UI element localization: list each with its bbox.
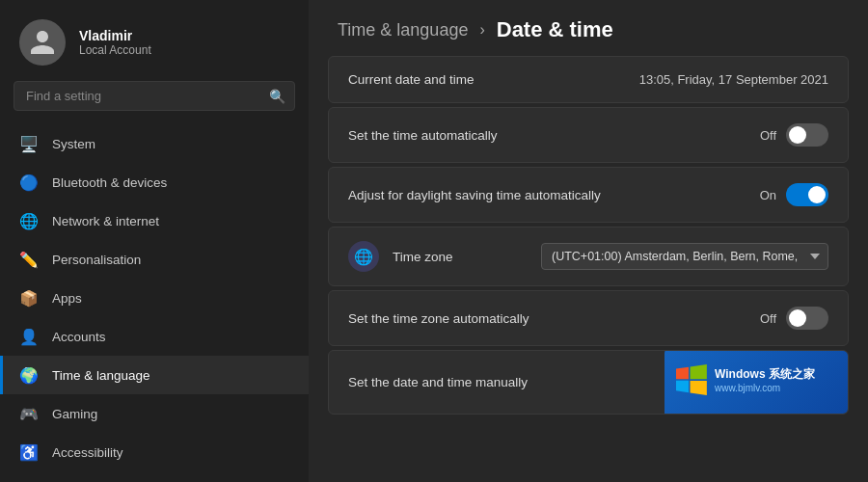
win-badge-line1: Windows 系统之家 — [715, 366, 815, 383]
search-icon: 🔍 — [269, 89, 285, 104]
toggle-on-label-daylight: On — [760, 188, 776, 202]
toggle-thumb — [789, 309, 806, 327]
setting-value-timezone-auto: Off — [760, 307, 828, 330]
accounts-icon: 👤 — [19, 327, 39, 346]
windows-logo-icon — [676, 364, 707, 395]
system-icon: 🖥️ — [19, 134, 39, 153]
setting-set-timezone-auto: Set the time zone automatically Off — [328, 290, 849, 346]
sidebar-item-bluetooth[interactable]: 🔵 Bluetooth & devices — [0, 163, 309, 201]
sidebar-item-label: Apps — [52, 291, 82, 306]
sidebar-item-personalisation[interactable]: ✏️ Personalisation — [0, 240, 309, 279]
timezone-icon: 🌐 — [348, 241, 379, 272]
main-content: Time & language › Date & time Current da… — [309, 0, 868, 482]
breadcrumb-parent: Time & language — [338, 20, 468, 40]
win-badge-text: Windows 系统之家 www.bjmlv.com — [715, 366, 815, 393]
sidebar: Vladimir Local Account 🔍 🖥️ System 🔵 Blu… — [0, 0, 309, 482]
breadcrumb-separator: › — [479, 21, 484, 39]
toggle-daylight-saving[interactable] — [786, 183, 828, 206]
setting-value-time-auto: Off — [760, 123, 828, 147]
timezone-select[interactable]: (UTC+01:00) Amsterdam, Berlin, Bern, Rom… — [541, 243, 828, 270]
breadcrumb-current: Date & time — [497, 17, 613, 42]
apps-icon: 📦 — [19, 288, 39, 308]
sidebar-item-accounts[interactable]: 👤 Accounts — [0, 317, 309, 356]
setting-label-timezone-auto: Set the time zone automatically — [348, 311, 529, 326]
bluetooth-icon: 🔵 — [19, 173, 39, 192]
user-name: Vladimir — [79, 28, 151, 43]
personalisation-icon: ✏️ — [19, 250, 39, 269]
setting-label-daylight: Adjust for daylight saving time automati… — [348, 188, 601, 202]
accessibility-icon: ♿ — [19, 442, 39, 462]
sidebar-item-label: Accessibility — [52, 445, 123, 460]
windows-badge: Windows 系统之家 www.bjmlv.com — [665, 350, 848, 414]
network-icon: 🌐 — [19, 211, 39, 230]
user-section: Vladimir Local Account — [0, 0, 309, 81]
setting-value-daylight: On — [760, 183, 828, 206]
setting-value-datetime: 13:05, Friday, 17 September 2021 — [639, 72, 828, 87]
toggle-set-timezone-auto[interactable] — [786, 307, 828, 330]
sidebar-item-label: Gaming — [52, 407, 97, 421]
setting-label-time-auto: Set the time automatically — [348, 128, 498, 143]
sidebar-item-gaming[interactable]: 🎮 Gaming — [0, 394, 309, 433]
sidebar-item-label: System — [52, 137, 95, 151]
user-subtitle: Local Account — [79, 43, 151, 57]
toggle-set-time-auto[interactable] — [786, 123, 828, 147]
setting-set-time-auto: Set the time automatically Off — [328, 107, 849, 163]
nav-list: 🖥️ System 🔵 Bluetooth & devices 🌐 Networ… — [0, 120, 309, 482]
avatar — [19, 19, 66, 66]
sidebar-item-label: Time & language — [52, 368, 150, 383]
sidebar-item-system[interactable]: 🖥️ System — [0, 124, 309, 163]
settings-list: Current date and time 13:05, Friday, 17 … — [309, 56, 868, 482]
setting-label-manual: Set the date and time manually — [348, 375, 528, 389]
toggle-off-label-time-auto: Off — [760, 128, 776, 143]
sidebar-item-label: Network & internet — [52, 214, 159, 228]
setting-timezone: 🌐 Time zone (UTC+01:00) Amsterdam, Berli… — [328, 227, 849, 286]
setting-daylight-saving: Adjust for daylight saving time automati… — [328, 167, 849, 223]
sidebar-item-apps[interactable]: 📦 Apps — [0, 279, 309, 317]
page-header: Time & language › Date & time — [309, 0, 868, 56]
toggle-thumb — [789, 126, 806, 144]
gaming-icon: 🎮 — [19, 404, 39, 423]
sidebar-item-label: Bluetooth & devices — [52, 175, 167, 190]
sidebar-item-time-language[interactable]: 🌍 Time & language — [0, 356, 309, 394]
setting-set-manual: Set the date and time manually ➜ Windows… — [328, 350, 849, 415]
toggle-off-label-timezone-auto: Off — [760, 311, 776, 326]
sidebar-item-accessibility[interactable]: ♿ Accessibility — [0, 433, 309, 471]
sidebar-item-label: Accounts — [52, 330, 106, 344]
sidebar-item-label: Personalisation — [52, 253, 141, 267]
win-badge-line2: www.bjmlv.com — [715, 383, 815, 393]
time-language-icon: 🌍 — [19, 365, 39, 385]
setting-current-datetime: Current date and time 13:05, Friday, 17 … — [328, 56, 849, 103]
user-info: Vladimir Local Account — [79, 28, 151, 57]
toggle-thumb — [808, 186, 826, 203]
sidebar-item-network[interactable]: 🌐 Network & internet — [0, 201, 309, 240]
search-input[interactable] — [14, 81, 295, 111]
timezone-label: Time zone — [393, 250, 541, 264]
setting-label-datetime: Current date and time — [348, 72, 475, 87]
search-box[interactable]: 🔍 — [14, 81, 295, 111]
